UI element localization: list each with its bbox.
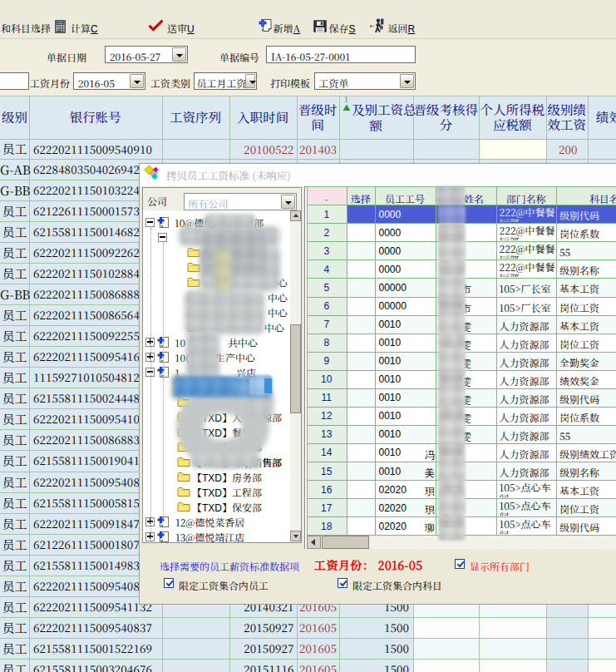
svg-text:1: 1 [344, 94, 348, 105]
